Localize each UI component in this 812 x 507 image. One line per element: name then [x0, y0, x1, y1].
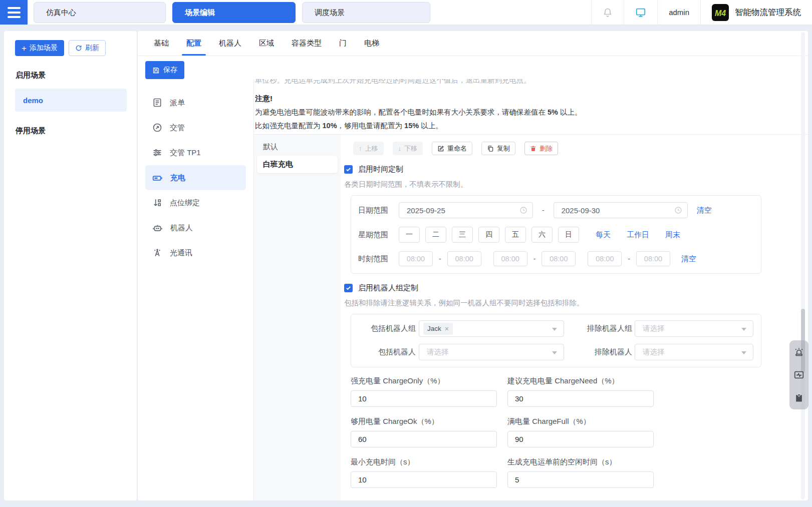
- time-start-input-3[interactable]: [588, 251, 622, 266]
- move-up-button[interactable]: ↑上移: [353, 142, 384, 155]
- save-row: 保存: [138, 56, 808, 79]
- tab-label: 区域: [259, 39, 274, 48]
- enable-time-custom-checkbox[interactable]: [344, 165, 353, 174]
- alarm-toolbar-button[interactable]: [793, 346, 805, 358]
- min-charge-time-input[interactable]: [351, 471, 497, 488]
- notification-button[interactable]: [591, 0, 624, 25]
- enable-time-custom-row: 启用时间定制: [344, 165, 808, 174]
- config-menu-item-dispatch[interactable]: 派单: [145, 90, 246, 115]
- profile-actions: ↑上移 ↓下移 重命名 复制: [353, 142, 808, 155]
- charge-only-input[interactable]: [351, 390, 497, 407]
- enable-robot-custom-checkbox[interactable]: [344, 284, 353, 292]
- field-label: 最小充电时间（s）: [351, 457, 497, 467]
- config-menu-label: 充电: [170, 173, 185, 183]
- tab-elevator[interactable]: 电梯: [364, 31, 379, 56]
- window-tab-scene-edit[interactable]: 场景编辑: [172, 2, 296, 23]
- profile-item-day-charging[interactable]: 白班充电: [257, 156, 338, 173]
- main-panel: 基础 配置 机器人 区域 容器类型 门 电梯 保存 派单: [138, 31, 808, 500]
- scene-item-demo[interactable]: demo: [15, 89, 127, 112]
- field-charge-only: 强充电量 ChargeOnly（%）: [351, 376, 497, 407]
- weekday-button-fri[interactable]: 五: [505, 227, 526, 243]
- save-button[interactable]: 保存: [145, 61, 184, 79]
- time-clear-link[interactable]: 清空: [681, 254, 696, 264]
- exclude-group-select[interactable]: 请选择: [635, 320, 753, 337]
- vertical-scrollbar-track[interactable]: [801, 32, 805, 499]
- copy-button[interactable]: 复制: [481, 142, 515, 155]
- select-placeholder: 请选择: [643, 347, 665, 357]
- window-tab-simulation-center[interactable]: 仿真中心: [34, 2, 166, 23]
- date-range-row: 日期范围 2025-09-25 - 2025-09-30: [351, 202, 761, 218]
- time-end-input-2[interactable]: [542, 251, 576, 266]
- copy-icon: [487, 145, 494, 152]
- weekday-button-tue[interactable]: 二: [425, 227, 446, 243]
- config-menu-item-traffic[interactable]: 交管: [145, 115, 246, 140]
- floating-toolbar: [789, 340, 808, 409]
- exclude-group-label: 排除机器人组: [581, 324, 632, 333]
- weekday-button-sat[interactable]: 六: [531, 227, 553, 243]
- time-end-input-3[interactable]: [636, 251, 670, 266]
- user-menu[interactable]: admin: [657, 0, 700, 25]
- tab-config[interactable]: 配置: [186, 31, 201, 56]
- exclude-robot-select[interactable]: 请选择: [635, 344, 753, 360]
- monitor-chart-toolbar-button[interactable]: [793, 369, 805, 381]
- workdays-link[interactable]: 工作日: [627, 230, 649, 240]
- add-scene-button[interactable]: + 添加场景: [15, 40, 64, 56]
- weekend-link[interactable]: 周末: [665, 230, 680, 240]
- charge-need-input[interactable]: [507, 390, 654, 407]
- time-range-label: 时刻范围: [358, 254, 388, 264]
- config-menu-item-traffic-tp1[interactable]: 交管 TP1: [145, 140, 246, 165]
- date-end-input[interactable]: 2025-09-30: [554, 202, 688, 218]
- move-down-button[interactable]: ↓下移: [393, 142, 423, 155]
- idle-time-input[interactable]: [507, 471, 654, 488]
- weekday-button-thu[interactable]: 四: [478, 227, 499, 243]
- tab-door[interactable]: 门: [339, 31, 347, 56]
- weekday-button-sun[interactable]: 日: [558, 227, 579, 243]
- config-menu-item-charging[interactable]: 充电: [145, 165, 246, 190]
- sliders-icon: [152, 148, 162, 158]
- robot-group-row-1: 包括机器人组 Jack × 排除机器人组: [351, 320, 761, 337]
- trash-icon: [530, 145, 536, 152]
- weekday-button-wed[interactable]: 三: [452, 227, 473, 243]
- window-tab-label: 仿真中心: [46, 8, 76, 18]
- hamburger-menu-button[interactable]: [0, 0, 28, 25]
- refresh-button[interactable]: 刷新: [69, 40, 106, 56]
- charge-ok-input[interactable]: [351, 431, 497, 447]
- app-page: 仿真中心 场景编辑 调度场景 admin M4 智能物流管理系统 + 添加: [0, 0, 812, 507]
- date-start-input[interactable]: 2025-09-25: [399, 202, 533, 218]
- antenna-icon: [152, 248, 162, 258]
- include-robot-select[interactable]: 请选择: [419, 344, 564, 360]
- tab-container-type[interactable]: 容器类型: [292, 31, 322, 56]
- rename-button[interactable]: 重命名: [432, 142, 472, 155]
- profile-item-default[interactable]: 默认: [257, 138, 338, 156]
- clipped-scroll-text: 单位秒。充电运单完成到上次开始充电经过的时间超过这个值后，退出重新到充电点。: [254, 79, 808, 87]
- include-group-select[interactable]: Jack ×: [419, 320, 564, 337]
- tab-area[interactable]: 区域: [259, 31, 274, 56]
- robot-group-box: 包括机器人组 Jack × 排除机器人组: [351, 314, 761, 367]
- date-clear-link[interactable]: 清空: [697, 206, 712, 215]
- tab-robot[interactable]: 机器人: [219, 31, 241, 56]
- tag-remove-icon[interactable]: ×: [445, 325, 449, 333]
- copy-label: 复制: [497, 144, 510, 153]
- add-scene-label: 添加场景: [30, 44, 58, 53]
- weekday-button-mon[interactable]: 一: [399, 227, 420, 243]
- time-separator: -: [439, 255, 441, 263]
- tab-basic[interactable]: 基础: [154, 31, 169, 56]
- charge-full-input[interactable]: [507, 431, 654, 447]
- config-menu-item-optical-comm[interactable]: 光通讯: [145, 240, 246, 265]
- siren-icon: [793, 346, 804, 357]
- clipboard-toolbar-button[interactable]: [793, 392, 805, 404]
- monitor-button[interactable]: [624, 0, 657, 25]
- config-menu-item-point-binding[interactable]: 点位绑定: [145, 190, 246, 215]
- time-start-input-2[interactable]: [493, 251, 527, 266]
- scene-tabbar: 基础 配置 机器人 区域 容器类型 门 电梯: [138, 31, 808, 56]
- field-charge-ok: 够用电量 ChargeOk（%）: [351, 417, 497, 447]
- window-tab-dispatch-scene[interactable]: 调度场景: [302, 2, 430, 23]
- charging-config-pane: 单位秒。充电运单完成到上次开始充电经过的时间超过这个值后，退出重新到充电点。 注…: [254, 79, 808, 500]
- time-start-input-1[interactable]: [399, 251, 433, 266]
- everyday-link[interactable]: 每天: [596, 230, 611, 240]
- delete-button[interactable]: 删除: [524, 142, 558, 155]
- config-menu-item-robot[interactable]: 机器人: [145, 215, 246, 240]
- time-end-input-1[interactable]: [447, 251, 481, 266]
- tab-label: 容器类型: [292, 39, 322, 48]
- chevron-down-icon: [552, 328, 557, 331]
